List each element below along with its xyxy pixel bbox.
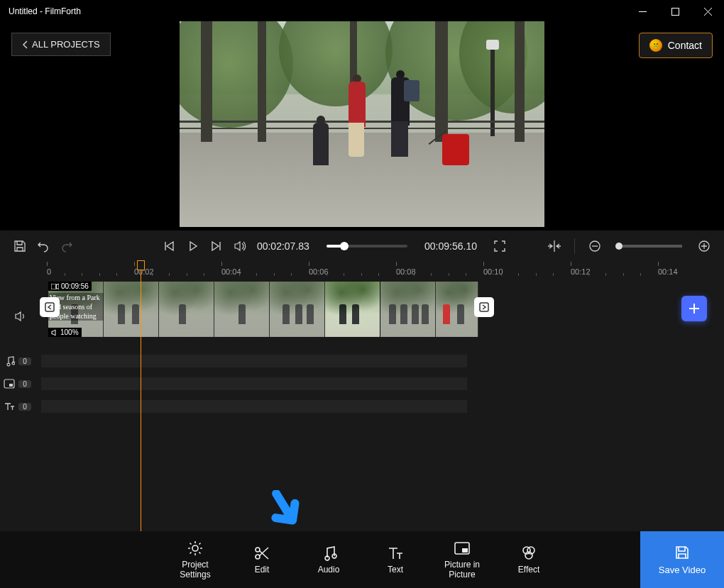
ruler-mark: 00:10 (483, 262, 503, 276)
titlebar: Untitled - FilmForth (0, 0, 724, 23)
transport-bar: 00:02:07.83 00:09:56.10 (0, 231, 724, 262)
playhead[interactable] (141, 262, 141, 531)
contact-button[interactable]: Contact (639, 33, 713, 58)
svg-point-11 (192, 545, 198, 551)
close-button[interactable] (691, 0, 724, 23)
tool-label: Project Settings (180, 560, 210, 580)
text-track[interactable]: 0 (0, 398, 724, 415)
zoom-in-icon[interactable] (698, 238, 711, 254)
zoom-out-icon[interactable] (588, 238, 601, 254)
tool-label: Audio (318, 565, 340, 575)
ruler-mark: 00:08 (396, 262, 416, 276)
tool-project-settings[interactable]: Project Settings (175, 540, 215, 580)
contact-label: Contact (668, 40, 702, 51)
text-track-count: 0 (18, 403, 31, 411)
ruler-mark: 0 (47, 262, 51, 276)
fit-timeline-icon[interactable] (547, 238, 561, 254)
zoom-slider[interactable] (617, 245, 681, 248)
audio-track[interactable]: 0 (0, 353, 724, 370)
ruler-mark: 00:06 (309, 262, 329, 276)
current-time: 00:02:07.83 (257, 240, 309, 252)
window-controls (626, 0, 724, 23)
save-video-label: Save Video (659, 565, 706, 575)
pip-tool-icon (454, 540, 471, 557)
save-video-button[interactable]: Save Video (640, 531, 724, 588)
text-track-icon (0, 401, 18, 412)
tool-effect[interactable]: Effect (509, 545, 549, 575)
chevron-left-icon (22, 40, 28, 49)
skip-back-icon[interactable] (163, 238, 176, 254)
timeline: 000:0200:0400:0600:0800:1000:1200:14 00:… (0, 262, 724, 538)
svg-rect-7 (45, 303, 54, 311)
track-volume-icon[interactable] (14, 310, 27, 326)
all-projects-button[interactable]: ALL PROJECTS (11, 33, 111, 56)
add-media-button[interactable] (681, 296, 707, 321)
ruler-mark: 00:12 (571, 262, 591, 276)
contact-icon (649, 39, 662, 52)
ruler-mark: 00:14 (658, 262, 678, 276)
plus-icon (688, 302, 701, 315)
maximize-button[interactable] (659, 0, 691, 23)
clip-duration-badge: 00:09:56 (48, 282, 92, 291)
clip-in-handle[interactable] (40, 297, 60, 317)
camera-icon (51, 284, 59, 289)
bottom-toolbar: Project Settings Edit Audio Text Picture… (0, 531, 724, 588)
pip-track[interactable]: 0 (0, 375, 724, 392)
text-icon (387, 545, 404, 562)
svg-rect-6 (51, 284, 56, 289)
effect-icon (520, 545, 537, 562)
svg-rect-10 (9, 384, 13, 387)
volume-icon[interactable] (234, 238, 247, 254)
fullscreen-icon[interactable] (493, 238, 506, 254)
ruler-mark: 00:04 (221, 262, 241, 276)
clip-out-handle[interactable] (474, 297, 494, 317)
tool-edit[interactable]: Edit (242, 545, 282, 575)
save-icon[interactable] (13, 238, 26, 254)
all-projects-label: ALL PROJECTS (32, 39, 100, 50)
audio-track-count: 0 (18, 357, 31, 365)
redo-icon[interactable] (60, 238, 74, 254)
audio-icon (320, 545, 337, 562)
svg-rect-8 (480, 303, 488, 311)
svg-rect-0 (639, 11, 647, 12)
pip-icon (0, 378, 18, 389)
tool-label: Text (388, 565, 403, 575)
volume-small-icon (51, 329, 58, 336)
minimize-button[interactable] (626, 0, 659, 23)
tool-label: Edit (255, 565, 270, 575)
save-video-icon (674, 545, 690, 560)
skip-forward-icon[interactable] (209, 238, 223, 254)
clip-volume-badge: 100% (48, 328, 82, 337)
tool-audio[interactable]: Audio (309, 545, 349, 575)
svg-point-3 (657, 43, 658, 45)
scissors-icon (253, 545, 270, 562)
video-clip[interactable] (48, 282, 478, 337)
pip-track-count: 0 (18, 380, 31, 388)
annotation-arrow (259, 490, 302, 533)
tool-label: Picture in Picture (444, 560, 480, 580)
undo-icon[interactable] (36, 238, 50, 254)
window-title: Untitled - FilmForth (9, 6, 81, 16)
svg-rect-15 (462, 548, 468, 553)
svg-rect-1 (671, 8, 679, 15)
gear-icon (187, 540, 204, 557)
progress-slider[interactable] (327, 245, 407, 248)
svg-point-2 (654, 43, 655, 45)
video-track: 00:09:56 View from a Park Bed seasons of… (0, 282, 724, 337)
tool-pip[interactable]: Picture in Picture (442, 540, 482, 580)
total-time: 00:09:56.10 (424, 240, 477, 252)
play-icon[interactable] (186, 238, 199, 254)
music-icon (0, 355, 18, 367)
tool-text[interactable]: Text (375, 545, 415, 575)
tool-label: Effect (518, 565, 539, 575)
